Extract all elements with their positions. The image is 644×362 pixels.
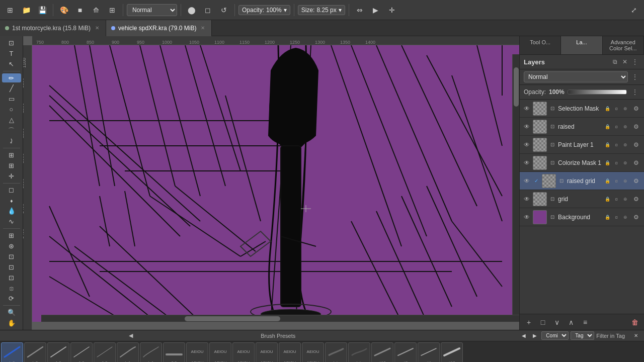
- layer-inherit-raised[interactable]: ⊕: [622, 123, 629, 130]
- brush-preset-15[interactable]: b.b: [348, 342, 370, 363]
- layer-lock-raised[interactable]: 🔒: [604, 123, 611, 130]
- layer-inherit-grid[interactable]: ⊕: [622, 196, 629, 203]
- panel-close-btn[interactable]: ✕: [620, 57, 630, 67]
- brush-preset-17[interactable]: #2: [394, 342, 417, 363]
- brush-preset-10[interactable]: AEIOU AEIOU: [232, 342, 255, 363]
- layer-inherit-paint1[interactable]: ⊕: [622, 141, 629, 148]
- layer-opacity-options[interactable]: ⋮: [630, 87, 640, 97]
- size-control[interactable]: Size: 8.25 px ▾: [298, 5, 345, 15]
- size-dropdown-icon[interactable]: ▾: [339, 7, 342, 14]
- layer-alpha-selection-mask[interactable]: α: [613, 105, 620, 112]
- layer-lock-background[interactable]: 🔒: [604, 214, 611, 221]
- similar-select-btn[interactable]: ⊡: [2, 273, 21, 283]
- eyedropper-tool-btn[interactable]: 💧: [2, 206, 21, 216]
- brush-preset-3[interactable]: 1.0: [70, 342, 93, 363]
- layer-alpha-background[interactable]: α: [613, 214, 620, 221]
- layer-settings-grid[interactable]: ⚙: [631, 194, 641, 204]
- tab-close-2[interactable]: ✕: [199, 25, 206, 32]
- layer-lock-grid[interactable]: 🔒: [604, 196, 611, 203]
- layer-settings-raised[interactable]: ⚙: [631, 122, 641, 132]
- brush-preset-2[interactable]: 1.0: [47, 342, 69, 363]
- brush-preset-4[interactable]: 1.0: [94, 342, 116, 363]
- layer-alpha-raised[interactable]: α: [613, 123, 620, 130]
- h-scroll-thumb[interactable]: [185, 316, 280, 321]
- fill-tool-btn[interactable]: ⬧: [2, 196, 21, 205]
- warp-tool-btn[interactable]: ⊞: [2, 161, 21, 170]
- open-file-btn[interactable]: 📁: [19, 3, 33, 17]
- select-tool-btn[interactable]: ⊡: [2, 38, 21, 48]
- eraser-tool-btn[interactable]: ◻: [2, 185, 21, 195]
- freehand-brush-btn[interactable]: ✏: [2, 73, 21, 83]
- brush-preset-7[interactable]: 2.5: [163, 342, 185, 363]
- opacity-control[interactable]: Opacity: 100% ▾: [238, 5, 290, 15]
- layer-item-colorize[interactable]: 👁 ⊡ Colorize Mask 1 🔒 α ⊕ ⚙: [520, 154, 644, 172]
- layer-lock-selection-mask[interactable]: 🔒: [604, 105, 611, 112]
- brush-preset-1[interactable]: b.5: [24, 342, 46, 363]
- layer-eye-raised[interactable]: 👁: [523, 123, 531, 131]
- brush-preset-btn[interactable]: ⬤: [185, 3, 199, 17]
- transform-tool-btn[interactable]: ⊞: [2, 150, 21, 160]
- layer-settings-paint1[interactable]: ⚙: [631, 140, 641, 150]
- flow-btn[interactable]: ▶: [369, 3, 383, 17]
- layer-alpha-colorize[interactable]: α: [613, 159, 620, 166]
- gradient-btn[interactable]: ⟰: [89, 3, 103, 17]
- panel-tab-layers[interactable]: La...: [561, 36, 602, 54]
- layers-copy-btn[interactable]: ≡: [579, 316, 591, 328]
- layer-eye-selection-mask[interactable]: 👁: [523, 105, 531, 113]
- smudge-tool-btn[interactable]: ∿: [2, 217, 21, 226]
- layer-eye-background[interactable]: 👁: [523, 213, 531, 221]
- pan-tool-btn[interactable]: ✋: [2, 318, 21, 328]
- layer-lock-paint1[interactable]: 🔒: [604, 141, 611, 148]
- panel-tab-tool[interactable]: Tool O...: [520, 36, 561, 54]
- brush-preset-9[interactable]: AEIOU AEIOU: [209, 342, 231, 363]
- layers-delete-btn[interactable]: 🗑: [629, 316, 641, 328]
- lasso-btn[interactable]: ⟳: [2, 294, 21, 304]
- brush-expand-btn[interactable]: ✕: [632, 332, 640, 340]
- layers-down-btn[interactable]: ∨: [551, 316, 563, 328]
- smart-patch-btn[interactable]: ⊛: [2, 241, 21, 251]
- brush-next-btn[interactable]: ▶: [530, 331, 539, 340]
- move2-tool-btn[interactable]: ✛: [2, 171, 21, 181]
- layer-blend-select[interactable]: Normal: [524, 71, 628, 82]
- brush-preset-12[interactable]: AEIOU AEIOU: [279, 342, 301, 363]
- color-btn[interactable]: 🎨: [57, 3, 71, 17]
- add-shape-btn[interactable]: ⊞: [2, 231, 21, 240]
- layer-item-raised-grid[interactable]: 👁 ✓ ⊡ raised grid 🔒 α ⊕ ⚙: [520, 172, 644, 190]
- grid-select-btn[interactable]: ⊡: [2, 252, 21, 261]
- brush-tag-label-select[interactable]: Tag: [571, 331, 594, 340]
- panel-options-btn[interactable]: ⋮: [630, 57, 640, 67]
- layer-lock-raised-grid[interactable]: 🔒: [604, 177, 611, 185]
- h-scrollbar[interactable]: [41, 315, 519, 322]
- brush-preset-8[interactable]: AEIOU AEIOU: [186, 342, 208, 363]
- layer-inherit-background[interactable]: ⊕: [622, 214, 629, 221]
- text-tool-btn[interactable]: T: [2, 49, 21, 58]
- mirror-btn[interactable]: ⇔: [353, 3, 367, 17]
- blend-mode-select[interactable]: Normal: [127, 4, 177, 16]
- zoom-tool-btn[interactable]: 🔍: [2, 308, 21, 317]
- brush-preset-0[interactable]: b.3: [1, 342, 23, 363]
- layer-alpha-raised-grid[interactable]: α: [613, 177, 620, 185]
- v-scroll-thumb[interactable]: [514, 67, 519, 107]
- crosshair-btn[interactable]: ✛: [385, 3, 399, 17]
- contig-select-btn[interactable]: ⊡: [2, 262, 21, 272]
- save-btn[interactable]: 💾: [35, 3, 49, 17]
- layer-item-grid[interactable]: 👁 ⊡ grid 🔒 α ⊕ ⚙: [520, 190, 644, 208]
- new-file-btn[interactable]: ⊞: [3, 3, 17, 17]
- brush-preset-16[interactable]: #12: [371, 342, 393, 363]
- layer-item-raised[interactable]: 👁 ⊡ raised 🔒 α ⊕ ⚙: [520, 118, 644, 136]
- layer-item-paint1[interactable]: 👁 ⊡ Paint Layer 1 🔒 α ⊕ ⚙: [520, 136, 644, 154]
- poly-tool-btn[interactable]: △: [2, 115, 21, 125]
- canvas-area[interactable]: 750 800 850 900 950 1000 1050 1100 1150 …: [23, 36, 519, 330]
- layer-inherit-selection-mask[interactable]: ⊕: [622, 105, 629, 112]
- brush-preset-5[interactable]: b.1: [117, 342, 139, 363]
- layer-eye-raised-grid[interactable]: 👁: [523, 177, 531, 185]
- tab-motorcycle[interactable]: 1st motorcycle.kra (15.8 MiB) ✕: [0, 20, 106, 36]
- line-tool-btn[interactable]: ╱: [2, 83, 21, 93]
- perspective-btn[interactable]: ⎅: [2, 284, 21, 293]
- panel-tab-color[interactable]: Advanced Color Sel...: [603, 36, 644, 54]
- brush-preset-19[interactable]: #12: [441, 342, 463, 363]
- canvas-viewport[interactable]: [32, 45, 519, 322]
- v-scrollbar[interactable]: [512, 54, 519, 315]
- layer-eye-grid[interactable]: 👁: [523, 195, 531, 203]
- layer-alpha-grid[interactable]: α: [613, 196, 620, 203]
